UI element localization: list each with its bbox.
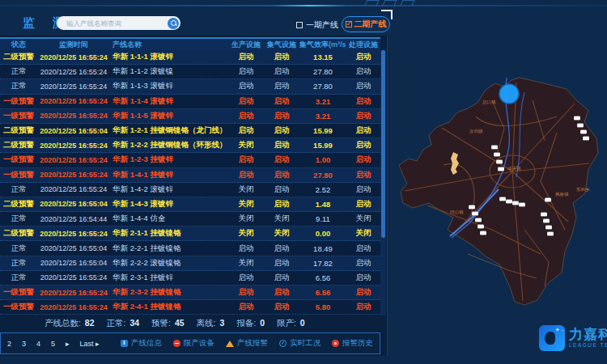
top-divider-line: [0, 5, 607, 6]
page-button-4[interactable]: 4: [35, 339, 42, 349]
efficiency-cell: 1.00: [299, 155, 346, 164]
efficiency-cell: 6.56: [299, 288, 346, 297]
scrollbar-thumb[interactable]: [381, 50, 385, 238]
summary-item: 正常: 34: [107, 318, 140, 329]
table-row[interactable]: 正常2020/12/25 16:55:04华新 2-2-2 滚镀镍铬关闭启动17…: [0, 256, 380, 271]
chain-north-marker[interactable]: [494, 153, 500, 157]
chain-northeast-marker[interactable]: [577, 124, 584, 128]
chain-middle-marker[interactable]: [519, 203, 525, 207]
chain-northeast-marker[interactable]: [580, 130, 587, 134]
line-name-cell: 华新 1-1-5 滚镀锌: [110, 111, 228, 121]
chain-north-marker[interactable]: [498, 167, 504, 171]
table-row[interactable]: 正常2020/12/25 16:54:44华新 1-4-4 仿金关闭关闭9.11…: [0, 212, 380, 226]
time-cell: 2020/12/25 16:55:24: [37, 112, 110, 120]
gauge-icon: [279, 340, 287, 347]
treatment-facility-cell: 关闭: [346, 228, 380, 239]
chain-middle-marker[interactable]: [499, 197, 506, 201]
chain-middle-marker[interactable]: [512, 201, 519, 205]
search-input[interactable]: [65, 19, 168, 28]
status-cell: 正常: [0, 66, 37, 77]
table-row[interactable]: 正常2020/12/25 16:55:24华新 2-3-1 挂镀锌启动启动6.5…: [0, 271, 380, 286]
time-cell: 2020/12/25 16:55:24: [37, 156, 110, 164]
table-row[interactable]: 正常2020/12/25 16:55:04华新 2-2-1 挂镀镍铬启动启动18…: [0, 241, 380, 256]
table-row[interactable]: 正常2020/12/25 16:55:24华新 1-1-3 滚镀锌启动启动27.…: [0, 79, 380, 94]
line-name-cell: 华新 1-1-4 滚镀锌: [110, 96, 228, 107]
efficiency-cell: 9.11: [299, 214, 346, 223]
efficiency-cell: 27.80: [299, 82, 346, 91]
legend-item[interactable]: 产线报警: [226, 338, 268, 349]
table-row[interactable]: 一级预警2020/12/25 16:55:24华新 2-3-2 挂镀镍铬启动启动…: [0, 286, 380, 300]
table-row[interactable]: 二级预警2020/12/25 16:55:24华新 1-1-1 滚镀锌启动启动1…: [0, 50, 380, 65]
table-row[interactable]: 一级预警2020/12/25 16:55:24华新 1-1-5 滚镀锌启动启动3…: [0, 109, 380, 124]
chain-northeast-marker[interactable]: [574, 116, 580, 121]
checkbox-checked-icon: [346, 21, 352, 28]
production-facility-cell: 启动: [228, 287, 264, 298]
time-cell: 2020/12/25 16:55:24: [37, 171, 110, 179]
legend-item[interactable]: 产线信息: [121, 338, 162, 349]
table-row[interactable]: 二级预警2020/12/25 16:55:04华新 1-4-3 滚镀锌关闭启动1…: [0, 197, 380, 212]
legend-item[interactable]: 实时工况: [279, 338, 320, 349]
phase1-checkbox[interactable]: 一期产线: [296, 19, 338, 31]
info-square-icon: [121, 340, 128, 347]
last-page-button[interactable]: Last ▸: [79, 339, 101, 349]
page-button-5[interactable]: 5: [49, 339, 57, 349]
treatment-facility-cell: 启动: [346, 154, 380, 165]
marker-single-marker[interactable]: [545, 198, 551, 202]
table-row[interactable]: 二级预警2020/12/25 16:55:24华新 1-2-2 挂镀铜镍铬（环形…: [0, 138, 380, 153]
table-row[interactable]: 正常2020/12/25 16:55:24华新 1-1-2 滚镀镍启动启动27.…: [0, 65, 380, 79]
status-cell: 二级预警: [0, 140, 37, 150]
status-cell: 二级预警: [0, 228, 37, 239]
chain-southeast-marker[interactable]: [541, 213, 547, 217]
treatment-facility-cell: 启动: [346, 258, 380, 269]
line-name-cell: 华新 1-1-1 滚镀锌: [110, 52, 228, 62]
chain-southwest-marker[interactable]: [475, 218, 482, 222]
page-button-3[interactable]: 3: [20, 339, 28, 349]
summary-item: 限产: 0: [277, 318, 305, 329]
town-label: 枫桥镇: [555, 192, 569, 197]
company-logo: 力嘉科技 LEAGUE TECH: [539, 325, 607, 351]
production-facility-cell: 启动: [228, 111, 264, 121]
table-row[interactable]: 正常2020/12/25 16:55:24华新 1-4-2 滚镀锌关闭启动2.5…: [0, 183, 380, 197]
gas-facility-cell: 启动: [264, 302, 299, 312]
gas-facility-cell: 启动: [264, 273, 299, 283]
production-facility-cell: 启动: [228, 170, 264, 180]
table-row[interactable]: 一级预警2020/12/25 16:55:24华新 2-4-1 挂镀镍铬启动启动…: [0, 300, 380, 315]
status-cell: 一级预警: [0, 287, 37, 298]
efficiency-cell: 15.99: [299, 126, 346, 135]
legend-item[interactable]: 限产设备: [173, 338, 214, 349]
town-label: 同山镇: [450, 210, 464, 214]
production-facility-cell: 关闭: [228, 228, 264, 239]
treatment-facility-cell: 启动: [346, 184, 380, 195]
table-row[interactable]: 一级预警2020/12/25 16:55:24华新 1-2-3 挂镀锌启动启动1…: [0, 153, 380, 167]
time-cell: 2020/12/25 16:55:24: [37, 289, 110, 297]
treatment-facility-cell: 启动: [346, 170, 380, 180]
chain-southeast-marker[interactable]: [545, 226, 552, 230]
gas-facility-cell: 启动: [264, 243, 299, 254]
chain-southwest-marker[interactable]: [480, 231, 486, 235]
line-name-cell: 华新 2-3-1 挂镀锌: [110, 273, 228, 283]
gas-facility-cell: 启动: [264, 140, 299, 150]
chain-north-marker[interactable]: [491, 146, 498, 150]
table-row[interactable]: 二级预警2020/12/25 16:55:04华新 1-2-1 挂镀铜镍铬（龙门…: [0, 124, 380, 138]
chain-southeast-marker[interactable]: [543, 219, 550, 223]
next-page-button[interactable]: ▸: [64, 339, 71, 349]
status-cell: 二级预警: [0, 125, 37, 136]
chain-southwest-marker[interactable]: [478, 225, 484, 229]
search-icon[interactable]: [168, 18, 179, 29]
big-station-marker[interactable]: [499, 84, 519, 104]
chain-northeast-marker[interactable]: [583, 137, 589, 141]
column-header: 集气设施: [264, 40, 299, 50]
table-row[interactable]: 一级预警2020/12/25 16:55:24华新 1-4-1 挂镀锌启动启动2…: [0, 168, 380, 183]
chain-north-marker[interactable]: [496, 160, 503, 164]
town-label: 店口镇: [482, 99, 496, 105]
line-name-cell: 华新 2-1-1 挂镀镍铬: [110, 228, 228, 239]
legend-item[interactable]: 报警历史: [332, 338, 373, 349]
chain-southwest-marker[interactable]: [469, 205, 475, 210]
page-button-2[interactable]: 2: [6, 339, 13, 349]
production-facility-cell: 关闭: [228, 140, 264, 150]
chain-southwest-marker[interactable]: [472, 212, 478, 216]
chain-middle-marker[interactable]: [506, 200, 512, 204]
chain-southeast-marker[interactable]: [547, 232, 554, 236]
table-row[interactable]: 二级预警2020/12/25 16:55:24华新 2-1-1 挂镀镍铬关闭关闭…: [0, 226, 380, 241]
table-row[interactable]: 一级预警2020/12/25 16:55:24华新 1-1-4 滚镀锌启动启动3…: [0, 95, 380, 109]
